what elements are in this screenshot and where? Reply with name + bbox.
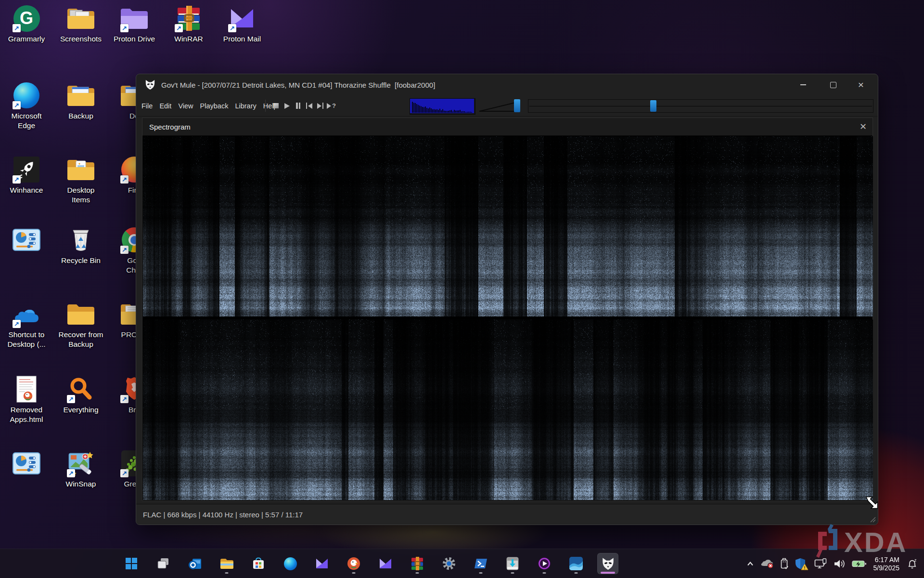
panel-close-icon[interactable]: ✕ — [860, 122, 867, 131]
desktop-icon-label: Removed Apps.html — [1, 405, 51, 424]
desktop-icon-proton-drive[interactable]: ↗Proton Drive — [109, 4, 159, 44]
tray-hidden-icons-chevron[interactable] — [743, 553, 758, 575]
proton-drive-icon: ↗ — [120, 4, 149, 33]
running-indicator — [479, 572, 483, 574]
window-title: Gov't Mule - [2007/07/21 Detroit Lakes, … — [161, 81, 435, 89]
desktop-icon-proton-mail[interactable]: ↗Proton Mail — [217, 4, 267, 44]
desktop-icon-label: WinSnap — [56, 479, 106, 489]
taskbar-foobar2000-active[interactable] — [597, 553, 618, 574]
random-button[interactable]: ? — [326, 99, 336, 112]
toolbar-separator — [265, 100, 266, 112]
spectrogram-panel: Spectrogram ✕ — [142, 118, 873, 501]
volume-slider[interactable] — [478, 99, 521, 113]
desktop-icon-system-tool-blue[interactable] — [1, 225, 51, 254]
desktop-icon-winhance[interactable]: ↗Winhance — [1, 155, 51, 195]
resize-grip[interactable] — [869, 516, 876, 523]
desktop-icon-recover-folder[interactable]: Recover from Backup — [56, 300, 106, 349]
clock-date: 5/9/2025 — [873, 564, 900, 572]
desktop-icon-label: Proton Drive — [109, 34, 159, 44]
winsnap-icon: ↗ — [66, 449, 95, 478]
shortcut-arrow-icon: ↗ — [120, 175, 128, 184]
shortcut-arrow-icon: ↗ — [120, 246, 128, 254]
desktop-icon-label: Desktop Items — [56, 185, 106, 205]
taskbar-outlook[interactable] — [184, 553, 205, 574]
desktop-icon-winrar[interactable]: ↗WinRAR — [164, 4, 214, 44]
spectrum-visualizer[interactable] — [410, 98, 475, 115]
next-button[interactable] — [315, 99, 325, 112]
seek-track — [529, 106, 872, 106]
taskbar-media-player[interactable] — [534, 553, 555, 574]
spectrogram-display — [142, 136, 873, 500]
spectrogram-panel-header[interactable]: Spectrogram ✕ — [142, 118, 873, 136]
close-button[interactable]: × — [847, 74, 875, 95]
seekbar[interactable] — [528, 99, 873, 113]
running-indicator — [575, 572, 578, 574]
desktop-icon-label: Winhance — [1, 185, 51, 195]
menu-library[interactable]: Library — [231, 96, 259, 116]
screen: G↗GrammarlyScreenshots↗Proton Drive↗WinR… — [0, 0, 924, 578]
taskbar-file-explorer[interactable] — [216, 553, 237, 574]
shortcut-arrow-icon: ↗ — [13, 24, 21, 32]
pause-button[interactable] — [293, 99, 303, 112]
volume-handle[interactable] — [514, 99, 520, 112]
seek-handle[interactable] — [650, 100, 656, 112]
close-icon: × — [858, 79, 864, 91]
desktop-icon-label: Backup — [56, 111, 106, 121]
running-indicator — [543, 572, 546, 574]
taskbar-proton-mail[interactable] — [311, 553, 333, 574]
svg-text:z: z — [914, 558, 917, 563]
taskbar-task-view[interactable] — [153, 553, 174, 574]
maximize-icon — [830, 82, 836, 88]
toolbar: FileEditViewPlaybackLibraryHelp ? — [136, 95, 878, 117]
taskbar-photos[interactable] — [565, 553, 587, 574]
desktop-icon-system-tool-blue-2[interactable] — [1, 449, 51, 478]
menu-edit[interactable]: Edit — [156, 96, 175, 116]
taskbar-winrar[interactable] — [407, 553, 428, 574]
tray-windows-security[interactable] — [792, 553, 811, 575]
shortcut-arrow-icon: ↗ — [175, 24, 183, 32]
system-tool-blue-icon — [12, 225, 41, 254]
menu-file[interactable]: File — [138, 96, 156, 116]
stop-button[interactable] — [271, 99, 281, 112]
desktop-icon-microsoft-edge[interactable]: ↗Microsoft Edge — [1, 81, 51, 131]
taskbar-microsoft-store[interactable] — [248, 553, 269, 574]
tray-usb-device[interactable] — [777, 553, 792, 575]
desktop-icon-onedrive-shortcut[interactable]: ↗Shortcut to Desktop (... — [1, 300, 51, 349]
taskbar-duckduckgo[interactable] — [343, 553, 364, 574]
taskbar-installer[interactable] — [502, 553, 523, 574]
taskbar-start[interactable] — [121, 553, 142, 574]
statusbar: FLAC | 668 kbps | 44100 Hz | stereo | 5:… — [136, 504, 878, 525]
taskbar-proton-mail-2[interactable] — [375, 553, 396, 574]
menu-playback[interactable]: Playback — [197, 96, 232, 116]
desktop-icon-label: Recycle Bin — [56, 256, 106, 265]
menu-view[interactable]: View — [175, 96, 196, 116]
minimize-button[interactable] — [789, 74, 817, 95]
desktop-icon-winsnap[interactable]: ↗WinSnap — [56, 449, 106, 489]
transport-controls: ? — [271, 99, 336, 112]
desktop-icon-label: Screenshots — [56, 34, 106, 44]
desktop-icon-label: Proton Mail — [217, 34, 267, 44]
desktop-icon-desktop-items-folder[interactable]: Desktop Items — [56, 155, 106, 205]
taskbar-settings[interactable] — [438, 553, 460, 574]
previous-button[interactable] — [304, 99, 314, 112]
spectrogram-left-channel — [143, 136, 873, 316]
shortcut-arrow-icon: ↗ — [120, 24, 128, 32]
tray-onedrive-status[interactable] — [758, 553, 777, 575]
shortcut-arrow-icon: ↗ — [120, 469, 128, 477]
desktop-icon-removed-apps[interactable]: Removed Apps.html — [1, 375, 51, 424]
desktop-icon-grammarly[interactable]: G↗Grammarly — [1, 4, 51, 44]
taskbar-edge[interactable] — [280, 553, 301, 574]
taskbar-powershell[interactable] — [470, 553, 491, 574]
foobar2000-window: Gov't Mule - [2007/07/21 Detroit Lakes, … — [136, 74, 878, 525]
desktop-icon-recycle-bin[interactable]: Recycle Bin — [56, 225, 106, 265]
window-titlebar[interactable]: Gov't Mule - [2007/07/21 Detroit Lakes, … — [136, 74, 878, 95]
desktop-icon-everything[interactable]: ↗Everything — [56, 375, 106, 415]
microsoft-edge-icon: ↗ — [12, 81, 41, 110]
removed-apps-icon — [12, 375, 41, 404]
desktop-icon-backup-folder[interactable]: Backup — [56, 81, 106, 121]
maximize-button[interactable] — [819, 74, 847, 95]
desktop-icon-screenshots-folder[interactable]: Screenshots — [56, 4, 106, 44]
shortcut-arrow-icon: ↗ — [228, 24, 236, 32]
play-button[interactable] — [282, 99, 292, 112]
spectrogram-panel-title: Spectrogram — [149, 123, 191, 131]
